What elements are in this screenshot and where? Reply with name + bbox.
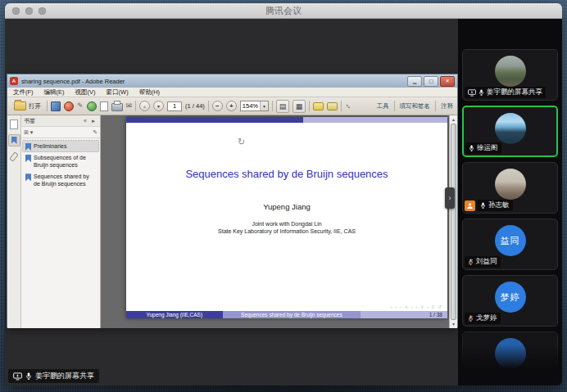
meeting-window: 腾讯会议 A sharing sequence.pdf - Adobe Read… xyxy=(5,3,562,385)
participant-tile[interactable]: 梦婷 戈梦婷 xyxy=(462,275,558,327)
member-badge-icon xyxy=(465,201,475,211)
avatar xyxy=(495,113,526,144)
slide-header-bar xyxy=(126,117,447,123)
pdf-slide-page: ↻ Sequences shared by de Bruijn sequence… xyxy=(126,117,447,318)
slide-affiliation: State Key Laboratory of Information Secu… xyxy=(126,228,447,234)
slide-joint-work: Joint work with Dongdai Lin xyxy=(126,221,447,227)
bookmarks-panel: 书签 « ▸ ⊞ ▾ ✎ Prelimina xyxy=(21,115,101,328)
beamer-nav-symbols: ‹ › ‹ ∧ › ‹ ∨ › ≡ ↺ xyxy=(391,304,442,309)
close-window-button[interactable] xyxy=(12,7,20,15)
menu-view[interactable]: 视图(V) xyxy=(75,88,96,97)
zoom-level-value: 154% xyxy=(241,102,260,110)
highlight-icon[interactable] xyxy=(327,102,338,110)
scrollbar-thumb[interactable] xyxy=(451,124,456,320)
participant-name: 徐运阁 xyxy=(477,143,498,153)
edit-icon[interactable]: ✎ xyxy=(77,102,84,110)
fill-sign-button[interactable]: 填写和签名 xyxy=(400,102,431,110)
page-thumbnails-tab[interactable] xyxy=(8,118,20,130)
bookmarks-toolbar: ⊞ ▾ ✎ xyxy=(21,127,100,138)
zoom-in-button[interactable]: + xyxy=(226,101,237,111)
zoom-level-select[interactable]: 154% ▼ xyxy=(240,101,269,111)
minimize-window-button[interactable] xyxy=(25,7,33,15)
send-file-icon[interactable] xyxy=(64,101,74,111)
mic-on-icon xyxy=(469,144,474,152)
menu-window[interactable]: 窗口(W) xyxy=(107,88,129,97)
scroll-up-icon[interactable]: ▲ xyxy=(450,115,457,124)
reader-window-controls: ▁ ▢ ✕ xyxy=(407,76,455,87)
bookmark-item[interactable]: Subsequences of de Bruijn sequences xyxy=(23,152,98,170)
document-icon[interactable] xyxy=(100,101,108,111)
reader-maximize-button[interactable]: ▢ xyxy=(424,76,438,87)
scroll-down-icon[interactable]: ▼ xyxy=(450,320,457,328)
reader-minimize-button[interactable]: ▁ xyxy=(407,76,422,87)
sticky-note-icon[interactable] xyxy=(313,102,324,110)
comment-button[interactable]: 注释 xyxy=(441,102,453,110)
reader-menubar: 文件(F) 编辑(E) 视图(V) 窗口(W) 帮助(H) xyxy=(7,88,457,97)
fit-width-button[interactable]: ▤ xyxy=(276,100,289,113)
comments-pane-toggle[interactable]: › xyxy=(445,187,455,209)
menu-file[interactable]: 文件(F) xyxy=(13,88,34,97)
participants-sidebar: 姜宇鹏的屏幕共享 徐运阁 xyxy=(458,19,562,385)
avatar xyxy=(495,338,526,369)
tools-button[interactable]: 工具 xyxy=(377,102,389,110)
slide-header-dark-segment xyxy=(126,117,303,123)
web-icon[interactable] xyxy=(87,101,97,111)
toolbar-separator xyxy=(135,101,136,111)
chevron-down-icon[interactable]: ▼ xyxy=(260,101,268,110)
toolbar-separator xyxy=(208,101,209,111)
avatar: 益同 xyxy=(495,225,526,256)
bookmarks-panel-title: 书签 xyxy=(24,117,81,125)
meeting-titlebar[interactable]: 腾讯会议 xyxy=(5,3,562,19)
vertical-scrollbar[interactable]: ▲ ▼ xyxy=(449,115,457,328)
participant-label: 戈梦婷 xyxy=(465,313,501,324)
email-icon[interactable]: ✉ xyxy=(126,102,133,110)
reader-titlebar[interactable]: A sharing sequence.pdf - Adobe Reader ▁ … xyxy=(7,74,457,88)
zoom-out-button[interactable]: − xyxy=(212,101,223,111)
attachments-tab[interactable] xyxy=(8,151,20,163)
panel-menu-icon[interactable]: ▸ xyxy=(89,118,98,124)
bookmark-item[interactable]: Preliminaries xyxy=(23,141,98,151)
avatar: 梦婷 xyxy=(495,282,526,313)
participant-tile-partial[interactable] xyxy=(462,331,558,383)
next-page-button[interactable]: ▼ xyxy=(153,101,164,111)
participant-tile[interactable]: 益同 刘益同 xyxy=(462,219,558,270)
fit-page-button[interactable]: ▦ xyxy=(293,100,306,113)
print-icon[interactable] xyxy=(111,103,123,111)
busy-spinner-icon: ↻ xyxy=(238,137,245,147)
toolbar-separator xyxy=(341,101,342,111)
participant-name: 戈梦婷 xyxy=(476,313,497,323)
expand-bookmarks-icon[interactable]: ⊞ ▾ xyxy=(24,129,93,136)
meeting-window-title: 腾讯会议 xyxy=(5,5,562,17)
bookmark-icon xyxy=(11,137,17,144)
toolbar-separator xyxy=(435,101,436,111)
traffic-lights xyxy=(12,7,46,15)
page-thumbnail-icon xyxy=(10,119,18,129)
participant-tile-active-speaker[interactable]: 徐运阁 xyxy=(462,106,558,157)
bookmark-options-icon[interactable]: ✎ xyxy=(93,129,98,136)
participant-name: 孙志敏 xyxy=(488,201,510,210)
participant-name: 刘益同 xyxy=(476,257,497,267)
reader-close-button[interactable]: ✕ xyxy=(440,76,455,87)
bookmark-item[interactable]: Sequences shared by de Bruijn sequences xyxy=(23,171,98,189)
save-copy-icon[interactable] xyxy=(51,101,61,111)
mic-on-icon xyxy=(25,372,32,381)
participant-tile[interactable]: 孙志敏 xyxy=(462,162,558,214)
open-folder-icon xyxy=(14,101,26,110)
navigation-pane-strip xyxy=(7,115,21,328)
fullscreen-icon[interactable]: ↔ xyxy=(343,101,354,111)
previous-page-button[interactable]: ▲ xyxy=(139,101,150,111)
menu-edit[interactable]: 编辑(E) xyxy=(44,88,65,97)
maximize-window-button[interactable] xyxy=(39,7,46,15)
bookmark-icon xyxy=(25,155,31,162)
open-button[interactable]: 打开 xyxy=(11,101,43,111)
participant-tile[interactable]: 姜宇鹏的屏幕共享 xyxy=(462,49,558,101)
collapse-panel-icon[interactable]: « xyxy=(81,118,89,124)
document-area[interactable]: ↻ Sequences shared by de Bruijn sequence… xyxy=(101,115,457,328)
mic-muted-icon xyxy=(468,258,474,266)
bookmark-icon xyxy=(25,173,31,181)
screen-share-icon xyxy=(13,372,22,381)
bookmarks-tab[interactable] xyxy=(8,134,20,146)
menu-help[interactable]: 帮助(H) xyxy=(139,88,160,97)
page-number-input[interactable] xyxy=(167,101,182,111)
screen-share-icon xyxy=(468,89,476,97)
